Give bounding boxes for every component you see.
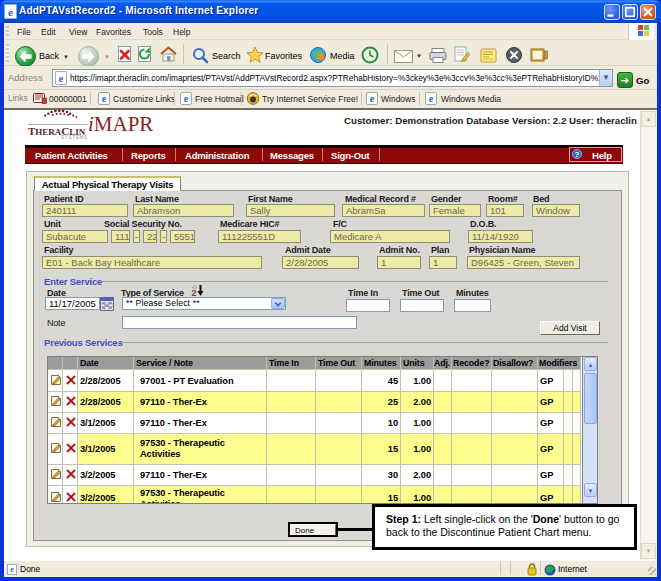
- svg-text:2: 2: [192, 288, 197, 297]
